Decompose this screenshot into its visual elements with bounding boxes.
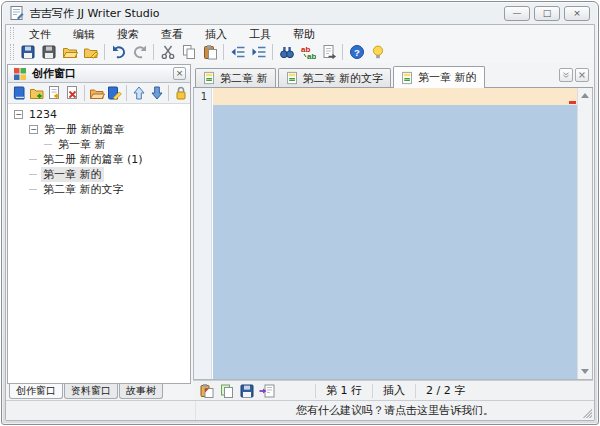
- save-button[interactable]: [17, 42, 38, 62]
- new-chapter-button[interactable]: [45, 83, 63, 103]
- tree-expander-icon[interactable]: −: [14, 110, 23, 119]
- export-doc-button[interactable]: [257, 382, 277, 400]
- copy-button[interactable]: [178, 42, 199, 62]
- editor-tabbar: 第二章 新第二章 新的文字第一章 新的: [193, 64, 593, 88]
- outdent-icon: [230, 44, 246, 60]
- move-up-button[interactable]: [130, 83, 148, 103]
- menu-item-0[interactable]: 文件: [18, 28, 62, 41]
- new-book-button[interactable]: [10, 83, 28, 103]
- edit-item-icon: [106, 85, 122, 101]
- tree-item-label: 1234: [27, 108, 59, 121]
- tip-icon: [370, 44, 386, 60]
- toolbar-separator: [153, 44, 154, 60]
- panel-tab[interactable]: 创作窗口: [9, 384, 63, 399]
- editor-scrollbar[interactable]: [577, 88, 592, 379]
- delete-item-button[interactable]: [63, 83, 81, 103]
- material-copy-button[interactable]: [217, 382, 237, 400]
- panel-icon: [12, 66, 28, 82]
- help-button[interactable]: ?: [346, 42, 367, 62]
- panel-tab[interactable]: 故事树: [119, 384, 163, 399]
- tree-expander-icon[interactable]: −: [29, 125, 38, 134]
- feedback-link[interactable]: 您有什么建议吗？请点击这里告诉我们。: [196, 403, 594, 418]
- move-down-icon: [149, 85, 165, 101]
- find-doc-button[interactable]: [318, 42, 339, 62]
- line-number: 1: [194, 88, 211, 105]
- paste-icon: [202, 44, 218, 60]
- tree-connector: [29, 174, 37, 175]
- new-volume-button[interactable]: [28, 83, 46, 103]
- maximize-button[interactable]: □: [534, 6, 560, 21]
- tree-item[interactable]: 第二章 新的文字: [8, 182, 190, 197]
- menu-item-2[interactable]: 搜索: [106, 28, 150, 41]
- editor-tab[interactable]: 第二章 新的文字: [278, 68, 392, 87]
- menu-item-1[interactable]: 编辑: [62, 28, 106, 41]
- editor-statusbar: 第 1 行 插入 2 / 2 字: [193, 380, 593, 400]
- save-doc-icon: [239, 383, 255, 399]
- tree-item[interactable]: −第一册 新的篇章: [8, 122, 190, 137]
- export-doc-icon: [259, 383, 275, 399]
- edit-item-button[interactable]: [105, 83, 123, 103]
- tree-item[interactable]: 第一章 新的: [8, 167, 190, 182]
- minimize-button[interactable]: —: [504, 6, 530, 21]
- toolbar-separator: [126, 85, 127, 101]
- undo-button[interactable]: [108, 42, 129, 62]
- indent-icon: [251, 44, 267, 60]
- paste-button[interactable]: [199, 42, 220, 62]
- tree-item[interactable]: 第二册 新的篇章 (1): [8, 152, 190, 167]
- editor-tab[interactable]: 第二章 新: [195, 68, 276, 87]
- outdent-button[interactable]: [227, 42, 248, 62]
- tree-item[interactable]: 第一章 新: [8, 137, 190, 152]
- editor-content[interactable]: [213, 88, 577, 379]
- find-button[interactable]: [276, 42, 297, 62]
- folder-edit-icon: [83, 44, 99, 60]
- tree-item-label: 第一册 新的篇章: [42, 122, 127, 137]
- toolbar-separator: [104, 44, 105, 60]
- scroll-up-icon[interactable]: [578, 88, 592, 103]
- menu-item-4[interactable]: 插入: [194, 28, 238, 41]
- resize-grip-icon[interactable]: [580, 406, 592, 418]
- app-icon: [9, 5, 25, 21]
- material-copy-icon: [219, 383, 235, 399]
- feedback-bar-left: [6, 401, 196, 420]
- tip-button[interactable]: [367, 42, 388, 62]
- close-button[interactable]: ×: [564, 6, 590, 21]
- panel-tab[interactable]: 资料窗口: [64, 384, 118, 399]
- cut-button[interactable]: [157, 42, 178, 62]
- panel-close-button[interactable]: ×: [173, 67, 186, 80]
- tab-list-button[interactable]: [559, 68, 573, 82]
- editor-tab-label: 第一章 新的: [418, 70, 477, 85]
- indent-button[interactable]: [248, 42, 269, 62]
- tree-connector: [29, 159, 37, 160]
- left-panel-header: 创作窗口 ×: [8, 65, 190, 83]
- main-area: 创作窗口 × −1234−第一册 新的篇章第一章 新第二册 新的篇章 (1)第一…: [6, 63, 594, 400]
- open-item-icon: [89, 85, 105, 101]
- menu-item-3[interactable]: 查看: [150, 28, 194, 41]
- delete-item-icon: [64, 85, 80, 101]
- lock-icon: [173, 85, 189, 101]
- menu-item-6[interactable]: 帮助: [282, 28, 326, 41]
- open-folder-button[interactable]: [59, 42, 80, 62]
- menubar-grip[interactable]: [10, 27, 14, 39]
- lock-button[interactable]: [172, 83, 190, 103]
- editor[interactable]: 1: [193, 88, 593, 380]
- editor-tab[interactable]: 第一章 新的: [393, 66, 485, 88]
- open-item-button[interactable]: [88, 83, 106, 103]
- folder-edit-button[interactable]: [80, 42, 101, 62]
- redo-button[interactable]: [129, 42, 150, 62]
- svg-text:?: ?: [354, 47, 360, 58]
- material-paste-button[interactable]: [197, 382, 217, 400]
- move-down-button[interactable]: [148, 83, 166, 103]
- save-doc-button[interactable]: [237, 382, 257, 400]
- new-volume-icon: [29, 85, 45, 101]
- find-icon: [279, 44, 295, 60]
- scroll-down-icon[interactable]: [578, 364, 592, 379]
- redo-icon: [132, 44, 148, 60]
- left-panel-title: 创作窗口: [32, 66, 173, 81]
- replace-button[interactable]: abab: [297, 42, 318, 62]
- tab-close-button[interactable]: [575, 68, 589, 82]
- toolbar-grip[interactable]: [10, 44, 14, 60]
- menu-item-5[interactable]: 工具: [238, 28, 282, 41]
- save-all-button[interactable]: [38, 42, 59, 62]
- left-panel-toolbar: [8, 83, 190, 104]
- tree-item[interactable]: −1234: [8, 107, 190, 122]
